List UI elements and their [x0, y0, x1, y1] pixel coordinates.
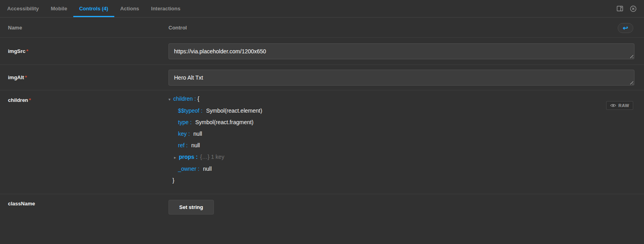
control-column-header: Control — [168, 25, 187, 31]
open-brace: { — [198, 96, 200, 102]
name-column-header: Name — [0, 25, 168, 31]
required-asterisk: * — [26, 48, 28, 54]
tree-entry-owner: _owner :null — [168, 163, 634, 175]
tree-entry-key: key :null — [168, 128, 634, 140]
raw-toggle-button[interactable]: RAW — [606, 101, 633, 110]
imgalt-text-input[interactable]: Hero Alt Txt — [168, 70, 634, 86]
tab-accessibility[interactable]: Accessibility — [1, 0, 45, 17]
control-row-imgsrc: imgSrc* https://via.placeholder.com/1200… — [0, 38, 644, 65]
reset-controls-button[interactable]: ↩ — [618, 23, 633, 33]
set-string-button[interactable]: Set string — [168, 200, 214, 215]
tab-list: Accessibility Mobile Controls (4) Action… — [1, 0, 186, 17]
tree-root-line: ▾children : { — [168, 93, 634, 105]
tree-entry-ref: ref :null — [168, 140, 634, 151]
tree-entry-props: ▸props :{…} 1 key — [168, 151, 634, 163]
control-row-children: children* ▾children : { $$typeof :Symbol… — [0, 90, 644, 194]
raw-label: RAW — [619, 103, 629, 108]
caret-down-icon[interactable]: ▾ — [168, 94, 173, 105]
control-label-imgalt: imgAlt — [8, 74, 24, 80]
tab-interactions[interactable]: Interactions — [145, 0, 186, 17]
tree-close-line: } — [168, 175, 634, 186]
tab-controls[interactable]: Controls (4) — [73, 0, 114, 17]
tree-key: children — [173, 96, 193, 102]
tree-entry-typeof: $$typeof :Symbol(react.element) — [168, 105, 634, 117]
close-panel-icon[interactable] — [630, 5, 637, 12]
required-asterisk: * — [29, 97, 31, 103]
undo-icon: ↩ — [623, 25, 628, 31]
panel-position-icon[interactable] — [617, 5, 623, 12]
control-label-classname: className — [8, 201, 35, 207]
control-row-imgalt: imgAlt* Hero Alt Txt — [0, 65, 644, 90]
tab-mobile[interactable]: Mobile — [45, 0, 73, 17]
caret-right-icon[interactable]: ▸ — [174, 152, 179, 163]
control-row-classname: className Set string — [0, 194, 644, 244]
control-label-children: children — [8, 97, 28, 103]
object-tree: ▾children : { $$typeof :Symbol(react.ele… — [168, 90, 634, 186]
close-brace: } — [172, 177, 174, 183]
tab-actions[interactable]: Actions — [114, 0, 145, 17]
addon-panel-tabbar: Accessibility Mobile Controls (4) Action… — [0, 0, 644, 18]
control-label-imgsrc: imgSrc — [8, 48, 25, 54]
controls-table-header: Name Control ↩ — [0, 18, 644, 38]
eye-icon — [610, 103, 616, 108]
imgsrc-text-input[interactable]: https://via.placeholder.com/1200x650 — [168, 43, 634, 59]
tree-entry-type: type :Symbol(react.fragment) — [168, 117, 634, 128]
required-asterisk: * — [25, 74, 27, 80]
